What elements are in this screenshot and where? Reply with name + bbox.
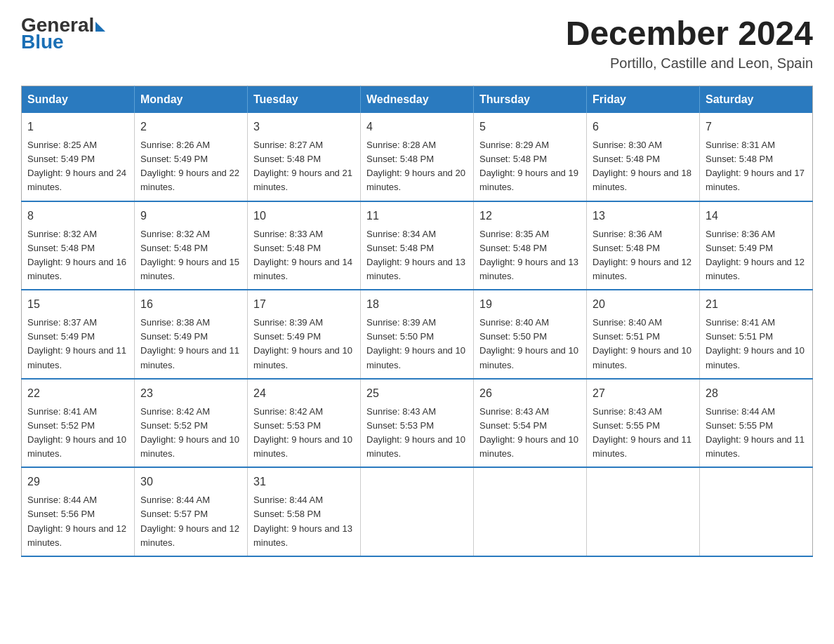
- logo-blue-label: Blue: [21, 31, 64, 53]
- day-info: Sunrise: 8:29 AMSunset: 5:48 PMDaylight:…: [479, 140, 578, 192]
- table-row: 16 Sunrise: 8:38 AMSunset: 5:49 PMDaylig…: [135, 290, 248, 379]
- day-info: Sunrise: 8:25 AMSunset: 5:49 PMDaylight:…: [27, 140, 126, 192]
- calendar-week-row: 29 Sunrise: 8:44 AMSunset: 5:56 PMDaylig…: [22, 467, 813, 556]
- day-number: 2: [140, 119, 241, 135]
- table-row: 1 Sunrise: 8:25 AMSunset: 5:49 PMDayligh…: [22, 113, 135, 201]
- table-row: 15 Sunrise: 8:37 AMSunset: 5:49 PMDaylig…: [22, 290, 135, 379]
- table-row: 5 Sunrise: 8:29 AMSunset: 5:48 PMDayligh…: [474, 113, 587, 201]
- day-info: Sunrise: 8:42 AMSunset: 5:53 PMDaylight:…: [253, 406, 352, 459]
- day-number: 8: [27, 208, 128, 224]
- day-info: Sunrise: 8:44 AMSunset: 5:55 PMDaylight:…: [706, 406, 805, 459]
- day-info: Sunrise: 8:44 AMSunset: 5:57 PMDaylight:…: [140, 495, 239, 547]
- day-info: Sunrise: 8:39 AMSunset: 5:49 PMDaylight:…: [253, 317, 352, 370]
- table-row: 10 Sunrise: 8:33 AMSunset: 5:48 PMDaylig…: [248, 201, 361, 290]
- table-row: 8 Sunrise: 8:32 AMSunset: 5:48 PMDayligh…: [22, 201, 135, 290]
- table-row: [700, 467, 813, 556]
- day-number: 13: [593, 208, 694, 224]
- day-number: 22: [27, 385, 128, 402]
- table-row: 12 Sunrise: 8:35 AMSunset: 5:48 PMDaylig…: [474, 201, 587, 290]
- table-row: 20 Sunrise: 8:40 AMSunset: 5:51 PMDaylig…: [587, 290, 700, 379]
- table-row: 14 Sunrise: 8:36 AMSunset: 5:49 PMDaylig…: [700, 201, 813, 290]
- col-tuesday: Tuesday: [248, 86, 361, 114]
- title-section: December 2024 Portillo, Castille and Leo…: [566, 14, 813, 72]
- col-monday: Monday: [135, 86, 248, 114]
- table-row: 31 Sunrise: 8:44 AMSunset: 5:58 PMDaylig…: [248, 467, 361, 556]
- day-number: 7: [706, 119, 807, 135]
- col-thursday: Thursday: [474, 86, 587, 114]
- day-info: Sunrise: 8:33 AMSunset: 5:48 PMDaylight:…: [253, 229, 352, 281]
- table-row: 4 Sunrise: 8:28 AMSunset: 5:48 PMDayligh…: [361, 113, 474, 201]
- day-number: 24: [253, 385, 355, 402]
- col-friday: Friday: [587, 86, 700, 114]
- table-row: 3 Sunrise: 8:27 AMSunset: 5:48 PMDayligh…: [248, 113, 361, 201]
- calendar-week-row: 1 Sunrise: 8:25 AMSunset: 5:49 PMDayligh…: [22, 113, 813, 201]
- day-number: 10: [253, 208, 355, 224]
- day-number: 26: [479, 385, 581, 402]
- day-number: 18: [366, 296, 468, 313]
- logo: General Blue: [21, 14, 105, 53]
- day-info: Sunrise: 8:37 AMSunset: 5:49 PMDaylight:…: [27, 317, 126, 370]
- day-info: Sunrise: 8:40 AMSunset: 5:50 PMDaylight:…: [479, 317, 578, 370]
- table-row: [361, 467, 474, 556]
- day-info: Sunrise: 8:43 AMSunset: 5:53 PMDaylight:…: [366, 406, 465, 459]
- day-info: Sunrise: 8:34 AMSunset: 5:48 PMDaylight:…: [366, 229, 465, 281]
- day-info: Sunrise: 8:43 AMSunset: 5:54 PMDaylight:…: [479, 406, 578, 459]
- day-number: 19: [479, 296, 581, 313]
- day-info: Sunrise: 8:35 AMSunset: 5:48 PMDaylight:…: [479, 229, 578, 281]
- col-sunday: Sunday: [22, 86, 135, 114]
- table-row: 13 Sunrise: 8:36 AMSunset: 5:48 PMDaylig…: [587, 201, 700, 290]
- table-row: 28 Sunrise: 8:44 AMSunset: 5:55 PMDaylig…: [700, 379, 813, 468]
- table-row: [587, 467, 700, 556]
- day-info: Sunrise: 8:42 AMSunset: 5:52 PMDaylight:…: [140, 406, 239, 459]
- day-info: Sunrise: 8:39 AMSunset: 5:50 PMDaylight:…: [366, 317, 465, 370]
- table-row: 24 Sunrise: 8:42 AMSunset: 5:53 PMDaylig…: [248, 379, 361, 468]
- table-row: [474, 467, 587, 556]
- table-row: 30 Sunrise: 8:44 AMSunset: 5:57 PMDaylig…: [135, 467, 248, 556]
- logo-arrow-icon: [95, 22, 105, 32]
- table-row: 6 Sunrise: 8:30 AMSunset: 5:48 PMDayligh…: [587, 113, 700, 201]
- table-row: 2 Sunrise: 8:26 AMSunset: 5:49 PMDayligh…: [135, 113, 248, 201]
- day-info: Sunrise: 8:40 AMSunset: 5:51 PMDaylight:…: [593, 317, 691, 370]
- day-info: Sunrise: 8:32 AMSunset: 5:48 PMDaylight:…: [140, 229, 239, 281]
- table-row: 23 Sunrise: 8:42 AMSunset: 5:52 PMDaylig…: [135, 379, 248, 468]
- day-info: Sunrise: 8:44 AMSunset: 5:56 PMDaylight:…: [27, 495, 126, 547]
- table-row: 25 Sunrise: 8:43 AMSunset: 5:53 PMDaylig…: [361, 379, 474, 468]
- day-number: 15: [27, 296, 128, 313]
- day-number: 30: [140, 474, 241, 490]
- calendar-week-row: 15 Sunrise: 8:37 AMSunset: 5:49 PMDaylig…: [22, 290, 813, 379]
- day-info: Sunrise: 8:26 AMSunset: 5:49 PMDaylight:…: [140, 140, 239, 192]
- day-number: 9: [140, 208, 241, 224]
- day-info: Sunrise: 8:32 AMSunset: 5:48 PMDaylight:…: [27, 229, 126, 281]
- table-row: 27 Sunrise: 8:43 AMSunset: 5:55 PMDaylig…: [587, 379, 700, 468]
- calendar-week-row: 8 Sunrise: 8:32 AMSunset: 5:48 PMDayligh…: [22, 201, 813, 290]
- calendar-header-row: Sunday Monday Tuesday Wednesday Thursday…: [22, 86, 813, 114]
- table-row: 17 Sunrise: 8:39 AMSunset: 5:49 PMDaylig…: [248, 290, 361, 379]
- table-row: 21 Sunrise: 8:41 AMSunset: 5:51 PMDaylig…: [700, 290, 813, 379]
- table-row: 18 Sunrise: 8:39 AMSunset: 5:50 PMDaylig…: [361, 290, 474, 379]
- location-subtitle: Portillo, Castille and Leon, Spain: [566, 55, 813, 72]
- day-info: Sunrise: 8:27 AMSunset: 5:48 PMDaylight:…: [253, 140, 352, 192]
- day-number: 3: [253, 119, 355, 135]
- table-row: 22 Sunrise: 8:41 AMSunset: 5:52 PMDaylig…: [22, 379, 135, 468]
- day-number: 1: [27, 119, 128, 135]
- month-year-title: December 2024: [566, 14, 813, 53]
- day-info: Sunrise: 8:44 AMSunset: 5:58 PMDaylight:…: [253, 495, 352, 547]
- table-row: 9 Sunrise: 8:32 AMSunset: 5:48 PMDayligh…: [135, 201, 248, 290]
- col-wednesday: Wednesday: [361, 86, 474, 114]
- table-row: 29 Sunrise: 8:44 AMSunset: 5:56 PMDaylig…: [22, 467, 135, 556]
- day-info: Sunrise: 8:43 AMSunset: 5:55 PMDaylight:…: [593, 406, 691, 459]
- day-number: 29: [27, 474, 128, 490]
- day-number: 31: [253, 474, 355, 490]
- day-number: 6: [593, 119, 694, 135]
- day-number: 28: [706, 385, 807, 402]
- day-number: 12: [479, 208, 581, 224]
- day-number: 17: [253, 296, 355, 313]
- day-info: Sunrise: 8:30 AMSunset: 5:48 PMDaylight:…: [593, 140, 691, 192]
- day-number: 16: [140, 296, 241, 313]
- day-number: 11: [366, 208, 468, 224]
- day-info: Sunrise: 8:28 AMSunset: 5:48 PMDaylight:…: [366, 140, 465, 192]
- day-number: 5: [479, 119, 581, 135]
- day-number: 14: [706, 208, 807, 224]
- page-header: General Blue December 2024 Portillo, Cas…: [21, 14, 813, 72]
- table-row: 7 Sunrise: 8:31 AMSunset: 5:48 PMDayligh…: [700, 113, 813, 201]
